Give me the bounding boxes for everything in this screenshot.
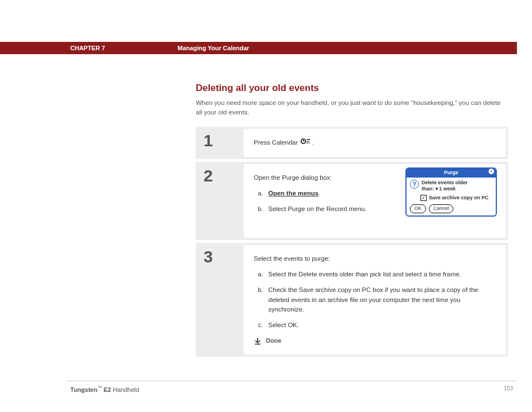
- step2-substeps: Open the menus. Select Purge on the Reco…: [254, 189, 394, 214]
- step-2: 2 Open the Purge dialog box: Open the me…: [196, 162, 508, 240]
- purge-titlebar: Purge i: [407, 169, 496, 178]
- open-menus-link[interactable]: Open the menus: [268, 190, 318, 197]
- step3-lead: Select the events to purge:: [254, 254, 495, 264]
- info-icon: i: [489, 169, 494, 174]
- done-row: Done: [254, 336, 495, 346]
- svg-point-4: [307, 141, 308, 142]
- step-body: Press Calendar .: [244, 129, 506, 157]
- svg-point-5: [309, 141, 310, 142]
- list-item: Select OK.: [265, 320, 495, 330]
- step-number: 2: [204, 166, 244, 185]
- step-number-cell: 2: [196, 162, 244, 240]
- svg-point-7: [309, 143, 310, 144]
- step1-text-trail: .: [312, 139, 313, 146]
- chapter-header-bar: CHAPTER 7 Managing Your Calendar: [0, 42, 517, 54]
- step1-text-lead: Press Calendar: [254, 139, 299, 146]
- ok-button: OK: [410, 204, 426, 213]
- list-item: Select the Delete events older than pick…: [265, 270, 495, 280]
- step-3: 3 Select the events to purge: Select the…: [196, 243, 508, 357]
- question-icon: ?: [410, 180, 419, 189]
- step-1: 1 Press Calendar .: [196, 127, 508, 159]
- step-body: Select the events to purge: Select the D…: [244, 245, 506, 354]
- content-area: Deleting all your old events When you ne…: [196, 83, 508, 360]
- purge-buttons: OK Cancel: [410, 204, 492, 213]
- step-number: 3: [204, 247, 244, 266]
- page-number: 153: [504, 385, 513, 391]
- list-item: Open the menus.: [265, 189, 394, 199]
- archive-label: Save archive copy on PC: [429, 194, 489, 202]
- footer-product: Tungsten™ E2 Handheld: [70, 385, 139, 393]
- step2-lead: Open the Purge dialog box:: [254, 173, 394, 183]
- step-body: Open the Purge dialog box: Open the menu…: [244, 164, 506, 238]
- purge-dialog-screenshot: Purge i ? Delete events older than: 1 we…: [405, 167, 497, 216]
- cancel-button: Cancel: [429, 204, 453, 213]
- done-arrow-icon: [254, 337, 262, 345]
- step-number-cell: 3: [196, 243, 244, 357]
- chapter-label: CHAPTER 7: [70, 45, 105, 51]
- list-item: Check the Save archive copy on PC box if…: [265, 285, 495, 315]
- list-item: Select Purge on the Record menu.: [265, 204, 394, 214]
- section-intro: When you need more space on your handhel…: [196, 98, 508, 117]
- footer-divider: [66, 381, 517, 381]
- purge-content: ? Delete events older than: 1 week ✓ Sav…: [407, 178, 496, 215]
- archive-checkbox-row: ✓ Save archive copy on PC: [420, 194, 492, 202]
- chapter-title: Managing Your Calendar: [177, 45, 249, 51]
- svg-rect-3: [307, 139, 310, 140]
- purge-title: Purge: [444, 170, 458, 175]
- svg-point-6: [307, 143, 308, 144]
- section-title: Deleting all your old events: [196, 83, 508, 94]
- done-label: Done: [266, 336, 282, 346]
- step-number: 1: [204, 131, 244, 150]
- step3-substeps: Select the Delete events older than pick…: [254, 270, 495, 330]
- older-than-dropdown: 1 week: [436, 186, 456, 192]
- purge-text: Delete events older than: 1 week: [422, 180, 468, 192]
- step-number-cell: 1: [196, 127, 244, 159]
- calendar-icon: [301, 138, 311, 148]
- checkmark-icon: ✓: [420, 195, 427, 201]
